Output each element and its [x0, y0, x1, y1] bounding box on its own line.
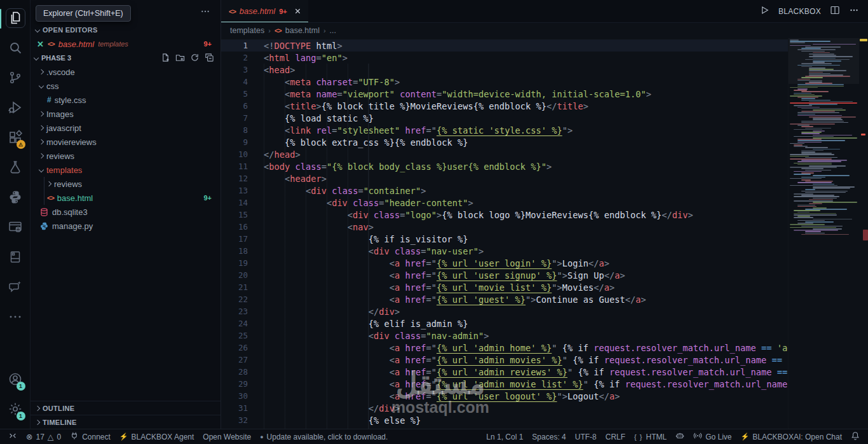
code-token: [400, 125, 405, 135]
tree-item-moviereviews[interactable]: moviereviews: [31, 135, 220, 149]
collapse-all-icon[interactable]: [205, 53, 214, 64]
code-line-content: </div>: [248, 403, 400, 413]
code-token: =: [337, 89, 342, 99]
tree-item-db-sqlite3[interactable]: db.sqlite3: [31, 205, 220, 219]
html-file-icon: <>: [48, 40, 55, 48]
tree-item-css[interactable]: css: [31, 79, 220, 93]
activity-bar-item-settings[interactable]: 1: [0, 395, 31, 425]
status-open-website[interactable]: Open Website: [198, 429, 255, 444]
tree-item-base-html[interactable]: <>base.html9+: [31, 191, 220, 205]
split-editor-icon[interactable]: [830, 5, 840, 18]
status-warning-icon: △: [48, 432, 54, 441]
open-editors-section[interactable]: OPEN EDITORS: [31, 23, 220, 37]
more-actions-icon[interactable]: [849, 5, 859, 18]
close-editor-icon[interactable]: ✕: [37, 39, 44, 49]
code-token: title: [290, 101, 316, 111]
activity-bar-item-testing[interactable]: [0, 153, 31, 183]
open-editor-item-base-html[interactable]: ✕ <> base.html templates 9+: [31, 37, 220, 51]
minimap-line: [797, 107, 820, 108]
activity-bar-item-accounts[interactable]: 1: [0, 365, 31, 395]
code-token: div: [374, 331, 390, 341]
code-token: </: [588, 258, 599, 268]
tree-item-templates-reviews[interactable]: reviews: [31, 177, 220, 191]
activity-bar-item-db-viewer[interactable]: [0, 213, 31, 243]
line-number: 12: [221, 174, 248, 183]
sidebar-more-actions-icon[interactable]: [200, 6, 210, 18]
overview-ruler[interactable]: [859, 38, 868, 429]
status-remote-indicator[interactable]: [4, 429, 22, 444]
minimap-line: [809, 70, 846, 71]
close-tab-icon[interactable]: [294, 7, 302, 15]
tree-item-javascript[interactable]: javascript: [31, 121, 220, 135]
code-line-content: <a href="{% url 'user_login' %}">Login</…: [248, 258, 609, 268]
outline-section[interactable]: OUTLINE: [31, 401, 220, 415]
code-token: "container": [363, 186, 421, 196]
tree-item-images[interactable]: Images: [31, 107, 220, 121]
status-problems[interactable]: ⊗17△0: [22, 429, 65, 444]
breadcrumb-item[interactable]: templates: [230, 26, 264, 35]
new-file-icon[interactable]: [161, 53, 170, 64]
workspace-section[interactable]: PHASE 3: [31, 51, 220, 65]
activity-bar: ⚠ 11: [0, 0, 31, 429]
status-go-live[interactable]: Go Live: [689, 429, 736, 444]
tree-item-templates[interactable]: templates: [31, 163, 220, 177]
activity-bar-item-extensions[interactable]: ⚠: [0, 123, 31, 153]
tab-base-html[interactable]: <> base.html 9+: [221, 0, 308, 22]
tree-item-style-css[interactable]: #style.css: [31, 93, 220, 107]
breadcrumb-item[interactable]: base.html: [285, 26, 320, 35]
minimap-line: [801, 121, 844, 122]
code-editor[interactable]: 1<!DOCTYPE html>2<html lang="en">3<head>…: [221, 38, 868, 429]
blackbox-button[interactable]: BLACKBOX: [778, 7, 821, 16]
minimap-line: [801, 168, 824, 169]
line-number: 6: [221, 101, 248, 111]
line-number: 14: [221, 198, 248, 207]
tree-item-manage-py[interactable]: manage.py: [31, 219, 220, 233]
breadcrumb-item[interactable]: ...: [330, 26, 336, 35]
status-blackbox-open-chat[interactable]: ⚡BLACKBOXAI: Open Chat: [736, 429, 846, 444]
status-notifications[interactable]: [846, 429, 864, 444]
code-token: href: [405, 367, 426, 377]
refresh-icon[interactable]: [190, 53, 200, 64]
activity-bar-item-notebook[interactable]: [0, 243, 31, 273]
activity-bar-item-source-control[interactable]: [0, 64, 31, 94]
tree-item-label: Images: [46, 109, 74, 119]
code-token: <: [369, 246, 374, 256]
code-token: "header-content": [384, 198, 468, 208]
code-token: {% block title %}MovieReviews{% endblock…: [322, 101, 546, 111]
tree-item-vscode[interactable]: .vscode: [31, 65, 220, 79]
status-indentation[interactable]: Spaces: 4: [527, 429, 570, 444]
status-copilot[interactable]: [671, 429, 689, 444]
code-token: <: [348, 222, 353, 232]
line-number: 30: [221, 391, 248, 401]
code-token: <: [264, 162, 269, 172]
activity-bar-item-explorer[interactable]: [0, 4, 31, 34]
code-token: =: [322, 162, 327, 172]
activity-bar-item-blackbox-chat[interactable]: [0, 273, 31, 303]
code-line-content: <a href="{% url 'admin_movies' %}" {% if…: [248, 355, 788, 365]
minimap-line: [797, 205, 815, 206]
timeline-section[interactable]: TIMELINE: [31, 415, 220, 429]
run-icon[interactable]: [759, 5, 770, 18]
activity-bar-item-more[interactable]: [0, 303, 31, 333]
activity-bar-item-run-debug[interactable]: [0, 94, 31, 123]
status-update[interactable]: ●Update available, click to download.: [255, 429, 392, 444]
new-folder-icon[interactable]: [175, 53, 185, 64]
status-text: BLACKBOXAI: Open Chat: [752, 433, 842, 441]
status-encoding[interactable]: UTF-8: [571, 429, 601, 444]
code-token: <!: [264, 41, 274, 51]
minimap[interactable]: [788, 38, 859, 429]
code-token: rel: [316, 125, 332, 135]
activity-badge: 1: [17, 382, 25, 391]
tree-item-reviews[interactable]: reviews: [31, 149, 220, 163]
status-cursor-position[interactable]: Ln 1, Col 1: [482, 429, 527, 444]
status-blackbox-agent[interactable]: ⚡BLACKBOX Agent: [115, 429, 198, 444]
activity-bar-item-python[interactable]: [0, 183, 31, 213]
activity-bar-item-search[interactable]: [0, 34, 31, 64]
status-language-mode[interactable]: { }HTML: [630, 429, 671, 444]
code-token: [400, 258, 405, 268]
status-connect[interactable]: Connect: [65, 429, 115, 444]
sidebar-bottom-sections: OUTLINE TIMELINE: [31, 401, 220, 429]
code-line-content: {% elif is_admin %}: [248, 319, 468, 329]
code-token: <: [390, 270, 395, 281]
status-eol[interactable]: CRLF: [601, 429, 630, 444]
